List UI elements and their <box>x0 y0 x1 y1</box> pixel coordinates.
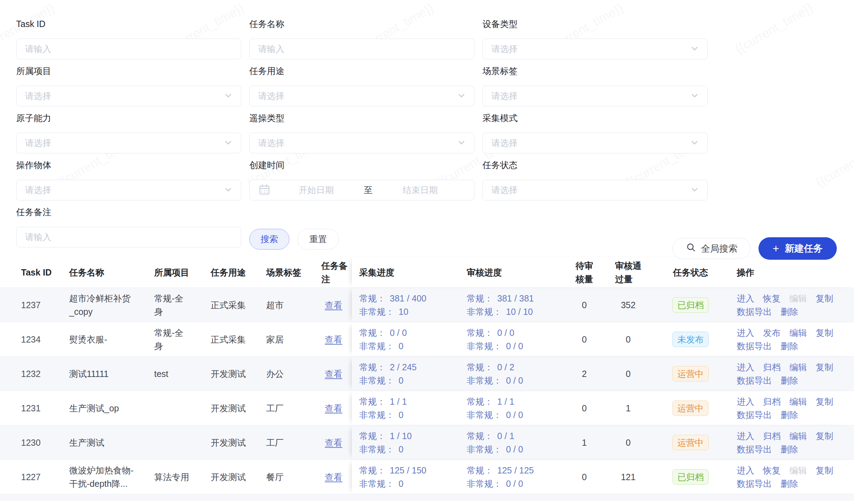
action-delete-link[interactable]: 删除 <box>781 443 798 456</box>
filter-input[interactable] <box>16 227 241 247</box>
col-scene-tag: 场景标签 <box>266 257 321 287</box>
filter-daterange[interactable]: 开始日期 至 结束日期 <box>249 180 474 200</box>
action-restore-link[interactable]: 恢复 <box>763 292 781 305</box>
action-export-link[interactable]: 数据导出 <box>737 477 772 490</box>
action-copy-link[interactable]: 复制 <box>816 360 833 374</box>
action-archive-link[interactable]: 归档 <box>763 395 781 408</box>
view-remark-link[interactable]: 查看 <box>325 367 342 380</box>
task-management-page: {{current_time}}{{current_time}}{{curren… <box>0 0 854 504</box>
action-edit-link: 编辑 <box>789 292 807 305</box>
action-enter-link[interactable]: 进入 <box>737 326 754 339</box>
action-enter-link[interactable]: 进入 <box>737 292 754 305</box>
action-export-link[interactable]: 数据导出 <box>737 339 772 353</box>
action-enter-link[interactable]: 进入 <box>737 360 754 374</box>
action-copy-link[interactable]: 复制 <box>816 429 833 443</box>
action-edit-link[interactable]: 编辑 <box>789 360 807 374</box>
table-row: 1227 微波炉加热食物- 干扰-depth降... 算法专用 开发测试 餐厅 … <box>0 459 854 494</box>
action-enter-link[interactable]: 进入 <box>737 429 754 443</box>
filter-label: 任务备注 <box>16 207 241 217</box>
task-id-input[interactable] <box>17 39 241 59</box>
filter-grid: Task ID 任务名称 设备类型 请选择 所属项目 请选择 任务用途 请选择 <box>16 19 837 256</box>
device-type-select[interactable]: 请选择 <box>482 39 708 59</box>
cell-project: test <box>154 357 211 391</box>
action-delete-link[interactable]: 删除 <box>781 477 798 490</box>
action-enter-link[interactable]: 进入 <box>737 464 754 477</box>
action-export-link[interactable]: 数据导出 <box>737 305 772 318</box>
filter-input[interactable] <box>16 39 241 59</box>
action-restore-link[interactable]: 恢复 <box>763 464 781 477</box>
table-row: 1232 测试11111 test 开发测试 办公 查看 常规：2 / 245 … <box>0 356 854 391</box>
table-body: 1237 超市冷鲜柜补货 _copy 常规-全 身 正式采集 超市 查看 常规：… <box>0 287 854 494</box>
action-export-link[interactable]: 数据导出 <box>737 408 772 422</box>
teleop-type-select[interactable]: 请选择 <box>249 133 474 153</box>
chevron-down-icon <box>690 91 699 102</box>
global-search-button[interactable]: 全局搜索 <box>672 238 750 259</box>
action-export-link[interactable]: 数据导出 <box>737 374 772 387</box>
cell-task-status: 运营中 <box>653 357 728 391</box>
operate-object-select[interactable]: 请选择 <box>16 180 241 200</box>
filter-input[interactable] <box>249 39 474 59</box>
task-purpose-select[interactable]: 请选择 <box>249 86 474 106</box>
action-enter-link[interactable]: 进入 <box>737 395 754 408</box>
search-button[interactable]: 搜索 <box>249 229 289 250</box>
cell-task-name: 生产测试_op <box>69 391 154 425</box>
collect-mode-select[interactable]: 请选择 <box>482 133 708 153</box>
action-delete-link[interactable]: 删除 <box>781 305 798 318</box>
chevron-down-icon <box>456 138 466 149</box>
cell-review-progress: 常规：381 / 381 非常规：10 / 10 <box>459 288 565 322</box>
cell-review-progress: 常规：125 / 125 非常规：0 / 0 <box>459 460 565 494</box>
status-badge: 未发布 <box>672 332 709 347</box>
action-copy-link[interactable]: 复制 <box>816 326 833 339</box>
action-edit-link[interactable]: 编辑 <box>789 429 807 443</box>
cell-remark: 查看 <box>321 322 352 356</box>
filter-label: 遥操类型 <box>249 113 474 123</box>
top-toolbar: 全局搜索 + 新建任务 <box>672 237 837 260</box>
table-row: 1231 生产测试_op 开发测试 工厂 查看 常规：1 / 1 非常规：0 常… <box>0 391 854 425</box>
action-export-link[interactable]: 数据导出 <box>737 443 772 456</box>
task-status-select[interactable]: 请选择 <box>482 180 708 200</box>
view-remark-link[interactable]: 查看 <box>325 402 342 415</box>
status-badge: 已归档 <box>672 297 709 313</box>
cell-collect-progress: 常规：1 / 1 非常规：0 <box>352 391 459 425</box>
end-date-placeholder[interactable]: 结束日期 <box>375 184 466 196</box>
cell-task-status: 已归档 <box>653 288 728 322</box>
cell-task-name: 超市冷鲜柜补货 _copy <box>69 288 154 322</box>
cell-actions: 进入恢复编辑复制数据导出删除 <box>728 288 854 322</box>
action-copy-link[interactable]: 复制 <box>816 395 833 408</box>
table-row: 1230 生产测试 开发测试 工厂 查看 常规：1 / 10 非常规：0 常规：… <box>0 425 854 459</box>
reset-button[interactable]: 重置 <box>297 229 339 250</box>
action-copy-link[interactable]: 复制 <box>816 464 833 477</box>
atomic-capability-select[interactable]: 请选择 <box>16 133 241 153</box>
action-edit-link[interactable]: 编辑 <box>789 395 807 408</box>
start-date-placeholder[interactable]: 开始日期 <box>271 184 362 196</box>
search-icon <box>685 242 697 256</box>
action-archive-link[interactable]: 归档 <box>763 429 781 443</box>
cell-task-status: 未发布 <box>653 322 728 356</box>
view-remark-link[interactable]: 查看 <box>325 333 342 346</box>
action-delete-link[interactable]: 删除 <box>781 408 798 422</box>
action-publish-link[interactable]: 发布 <box>763 326 781 339</box>
cell-actions: 进入归档编辑复制数据导出删除 <box>728 425 854 459</box>
filter-field-scene-tag: 场景标签 请选择 <box>482 66 708 106</box>
task-remark-input[interactable] <box>17 227 241 247</box>
action-edit-link[interactable]: 编辑 <box>789 326 807 339</box>
action-delete-link[interactable]: 删除 <box>781 339 798 353</box>
action-delete-link[interactable]: 删除 <box>781 374 798 387</box>
view-remark-link[interactable]: 查看 <box>325 298 342 312</box>
action-archive-link[interactable]: 归档 <box>763 360 781 374</box>
view-remark-link[interactable]: 查看 <box>325 436 342 449</box>
filter-label: 采集模式 <box>482 113 708 123</box>
scene-tag-select[interactable]: 请选择 <box>482 86 708 106</box>
col-approved-count: 审核通 过量 <box>604 257 653 287</box>
view-remark-link[interactable]: 查看 <box>325 470 342 484</box>
filter-label: 操作物体 <box>16 160 241 170</box>
col-review-progress: 审核进度 <box>459 257 565 287</box>
new-task-button[interactable]: + 新建任务 <box>758 237 837 260</box>
task-name-input[interactable] <box>250 39 474 59</box>
action-copy-link[interactable]: 复制 <box>816 292 833 305</box>
cell-actions: 进入归档编辑复制数据导出删除 <box>728 391 854 425</box>
cell-task-id: 1234 <box>21 322 69 356</box>
cell-task-id: 1231 <box>21 391 69 425</box>
project-select[interactable]: 请选择 <box>16 86 241 106</box>
cell-approved-count: 1 <box>604 391 653 425</box>
